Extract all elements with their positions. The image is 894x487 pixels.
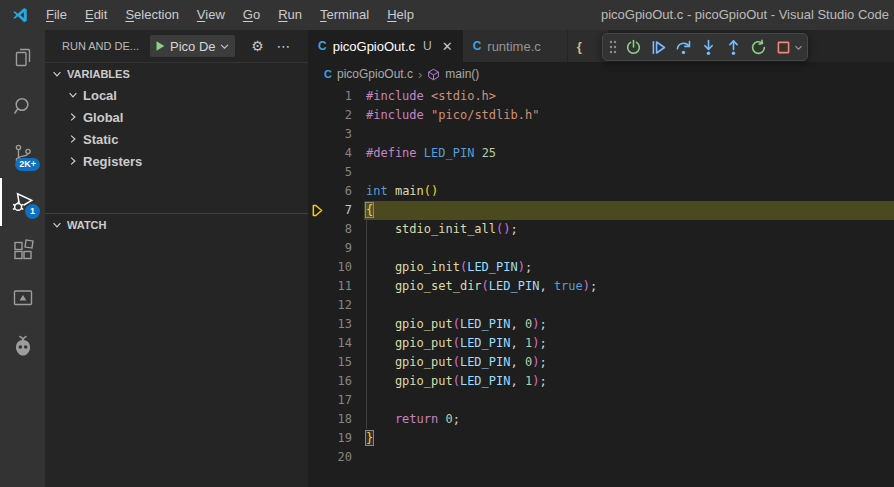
breakpoint-gutter[interactable] — [308, 106, 326, 125]
variables-section-header[interactable]: VARIABLES — [45, 62, 308, 84]
continue-icon[interactable] — [646, 35, 670, 59]
code-line[interactable]: 19} — [308, 429, 894, 448]
code-line-content[interactable]: { — [352, 201, 894, 220]
breakpoint-gutter[interactable] — [308, 296, 326, 315]
breakpoint-gutter[interactable] — [308, 258, 326, 277]
code-line[interactable]: 7{ — [308, 201, 894, 220]
variables-item-global[interactable]: Global — [45, 106, 308, 128]
breakpoint-gutter[interactable] — [308, 353, 326, 372]
code-line[interactable]: 16gpio_put(LED_PIN, 1); — [308, 372, 894, 391]
step-over-icon[interactable] — [671, 35, 695, 59]
code-line[interactable]: 11gpio_set_dir(LED_PIN, true); — [308, 277, 894, 296]
code-line-content[interactable] — [352, 448, 894, 467]
code-line-content[interactable]: int main() — [352, 182, 894, 201]
breakpoint-gutter[interactable] — [308, 372, 326, 391]
menu-go[interactable]: Go — [234, 0, 269, 30]
breakpoint-gutter[interactable] — [308, 239, 326, 258]
menu-edit[interactable]: Edit — [76, 0, 116, 30]
menu-view[interactable]: View — [188, 0, 234, 30]
stop-dropdown-chevron-icon[interactable] — [793, 42, 804, 53]
breakpoint-gutter[interactable] — [308, 277, 326, 296]
code-line-content[interactable]: #include "pico/stdlib.h" — [352, 106, 894, 125]
code-line[interactable]: 20 — [308, 448, 894, 467]
tab-runtime[interactable]: C runtime.c — [463, 30, 568, 62]
code-line-content[interactable]: gpio_put(LED_PIN, 0); — [352, 315, 894, 334]
breakpoint-gutter[interactable] — [308, 87, 326, 106]
tab-picogpioout[interactable]: C picoGpioOut.c U ✕ — [308, 30, 463, 62]
code-line-content[interactable]: #include <stdio.h> — [352, 87, 894, 106]
code-line-content[interactable] — [352, 296, 894, 315]
code-line[interactable]: 6int main() — [308, 182, 894, 201]
breakpoint-gutter[interactable] — [308, 334, 326, 353]
code-line-content[interactable]: } — [352, 429, 894, 448]
reset-device-icon[interactable] — [621, 35, 645, 59]
breakpoint-gutter[interactable] — [308, 315, 326, 334]
code-line[interactable]: 15gpio_put(LED_PIN, 0); — [308, 353, 894, 372]
code-line-content[interactable]: gpio_put(LED_PIN, 1); — [352, 372, 894, 391]
variables-item-static[interactable]: Static — [45, 128, 308, 150]
code-line[interactable]: 2#include "pico/stdlib.h" — [308, 106, 894, 125]
restart-icon[interactable] — [746, 35, 770, 59]
code-line-content[interactable]: #define LED_PIN 25 — [352, 144, 894, 163]
watch-section-header[interactable]: WATCH — [45, 213, 308, 235]
menu-selection[interactable]: Selection — [116, 0, 187, 30]
explorer-icon[interactable] — [0, 34, 45, 82]
code-line-content[interactable]: gpio_put(LED_PIN, 1); — [352, 334, 894, 353]
code-line[interactable]: 1#include <stdio.h> — [308, 87, 894, 106]
code-line-content[interactable]: stdio_init_all(); — [352, 220, 894, 239]
breakpoint-gutter[interactable] — [308, 144, 326, 163]
gear-icon[interactable]: ⚙ — [247, 35, 269, 57]
code-line[interactable]: 12 — [308, 296, 894, 315]
menu-help[interactable]: Help — [378, 0, 423, 30]
breakpoint-gutter[interactable] — [308, 220, 326, 239]
breakpoint-gutter[interactable] — [308, 448, 326, 467]
breakpoint-gutter[interactable] — [308, 410, 326, 429]
code-line-content[interactable] — [352, 163, 894, 182]
code-line[interactable]: 9 — [308, 239, 894, 258]
step-into-icon[interactable] — [696, 35, 720, 59]
code-line-content[interactable]: gpio_init(LED_PIN); — [352, 258, 894, 277]
line-number: 13 — [326, 315, 352, 334]
code-line[interactable]: 14gpio_put(LED_PIN, 1); — [308, 334, 894, 353]
source-control-icon[interactable]: 2K+ — [0, 130, 45, 178]
more-actions-icon[interactable]: ⋯ — [273, 35, 295, 57]
search-icon[interactable] — [0, 82, 45, 130]
code-line[interactable]: 13gpio_put(LED_PIN, 0); — [308, 315, 894, 334]
breakpoint-gutter[interactable] — [308, 391, 326, 410]
breadcrumb-symbol[interactable]: main() — [445, 67, 479, 81]
breakpoint-gutter[interactable] — [308, 182, 326, 201]
code-line-content[interactable]: gpio_put(LED_PIN, 0); — [352, 353, 894, 372]
run-and-debug-icon[interactable]: 1 — [0, 178, 45, 226]
menu-run[interactable]: Run — [269, 0, 311, 30]
launch-config-dropdown[interactable]: Pico De — [150, 35, 235, 57]
code-editor[interactable]: 1#include <stdio.h>2#include "pico/stdli… — [308, 86, 894, 487]
menu-terminal[interactable]: Terminal — [311, 0, 378, 30]
step-out-icon[interactable] — [721, 35, 745, 59]
code-line-content[interactable]: return 0; — [352, 410, 894, 429]
code-line[interactable]: 5 — [308, 163, 894, 182]
raspberry-pi-pico-icon[interactable] — [0, 322, 45, 370]
code-line[interactable]: 3 — [308, 125, 894, 144]
breakpoint-gutter[interactable] — [308, 125, 326, 144]
debug-current-line-arrow-icon[interactable] — [308, 201, 326, 220]
code-line-content[interactable]: gpio_set_dir(LED_PIN, true); — [352, 277, 894, 296]
close-icon[interactable]: ✕ — [442, 39, 453, 54]
code-line-content[interactable] — [352, 391, 894, 410]
variables-item-registers[interactable]: Registers — [45, 150, 308, 172]
breakpoint-gutter[interactable] — [308, 163, 326, 182]
drag-handle-icon[interactable] — [606, 35, 620, 59]
variables-item-local[interactable]: Local — [45, 84, 308, 106]
code-line[interactable]: 10gpio_init(LED_PIN); — [308, 258, 894, 277]
code-line[interactable]: 18return 0; — [308, 410, 894, 429]
code-line-content[interactable] — [352, 239, 894, 258]
breakpoint-gutter[interactable] — [308, 429, 326, 448]
preview-panel-icon[interactable] — [0, 274, 45, 322]
stop-icon[interactable] — [771, 35, 795, 59]
code-line[interactable]: 8stdio_init_all(); — [308, 220, 894, 239]
code-line-content[interactable] — [352, 125, 894, 144]
extensions-icon[interactable] — [0, 226, 45, 274]
menu-file[interactable]: File — [37, 0, 76, 30]
breadcrumb-file[interactable]: picoGpioOut.c — [337, 67, 413, 81]
code-line[interactable]: 4#define LED_PIN 25 — [308, 144, 894, 163]
code-line[interactable]: 17 — [308, 391, 894, 410]
